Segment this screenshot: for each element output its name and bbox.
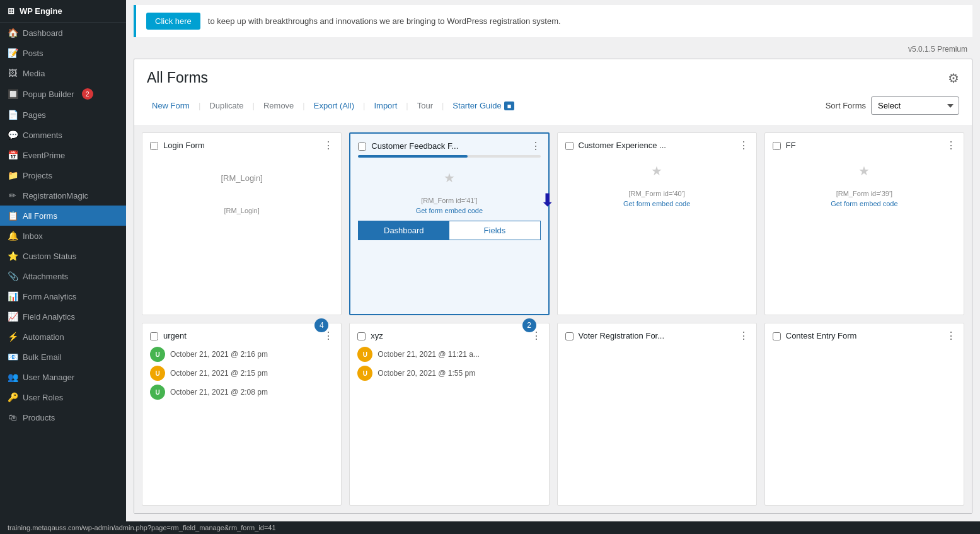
sidebar-item-all-forms[interactable]: 📋All Forms: [0, 206, 126, 226]
media-label: Media: [23, 69, 45, 78]
card-header-urgent: urgent⋮: [150, 331, 333, 341]
card-checkbox-customer-feedback[interactable]: [358, 142, 366, 151]
eventprime-label: EventPrime: [23, 151, 65, 160]
card-actions-customer-feedback: DashboardFields: [358, 221, 540, 240]
comments-icon: 💬: [8, 130, 18, 140]
card-star-customer-feedback[interactable]: ★: [358, 170, 540, 185]
tour-link[interactable]: Tour: [412, 98, 438, 113]
sidebar-item-dashboard[interactable]: 🏠Dashboard: [0, 23, 126, 43]
card-embed-link-ff[interactable]: Get form embed code: [773, 200, 956, 207]
form-card-voter-registration: Voter Registration For...⋮: [557, 323, 757, 506]
card-header-voter-registration: Voter Registration For...⋮: [565, 331, 749, 341]
card-embed-link-customer-experience[interactable]: Get form embed code: [565, 200, 749, 207]
card-menu-urgent[interactable]: ⋮: [323, 331, 333, 341]
card-shortcode-login-form: [RM_Login]: [150, 202, 333, 214]
sidebar-item-media[interactable]: 🖼Media: [0, 63, 126, 83]
sidebar: ⊞ WP Engine 🏠Dashboard📝Posts🖼Media🔲Popup…: [0, 0, 126, 534]
card-checkbox-ff[interactable]: [773, 142, 781, 150]
sidebar-item-comments[interactable]: 💬Comments: [0, 125, 126, 145]
popup-builder-badge: 2: [82, 88, 93, 100]
projects-label: Projects: [23, 171, 52, 180]
all-forms-icon: 📋: [8, 211, 18, 221]
card-header-customer-experience: Customer Experience ...⋮: [565, 141, 749, 151]
avatar-xyz-0: U: [357, 347, 372, 362]
card-shortcode-text-login-form: [RM_Login]: [150, 207, 333, 214]
sidebar-item-projects[interactable]: 📁Projects: [0, 165, 126, 185]
sidebar-item-pages[interactable]: 📄Pages: [0, 105, 126, 125]
card-star-ff[interactable]: ★: [773, 163, 956, 178]
import-link[interactable]: Import: [369, 98, 402, 113]
card-checkbox-contest-entry[interactable]: [773, 332, 781, 340]
products-label: Products: [23, 413, 55, 422]
sort-select[interactable]: SelectName A-ZName Z-ANewestOldest: [871, 96, 959, 115]
card-checkbox-voter-registration[interactable]: [565, 332, 574, 340]
registrationmagic-label: RegistrationMagic: [23, 191, 88, 200]
attachments-icon: 📎: [8, 271, 18, 281]
attachments-label: Attachments: [23, 272, 68, 281]
card-checkbox-urgent[interactable]: [150, 332, 158, 340]
export-link[interactable]: Export (All): [309, 98, 359, 113]
card-login-preview-login-form: [RM_Login]: [150, 154, 333, 202]
duplicate-link[interactable]: Duplicate: [204, 98, 248, 113]
card-title-login-form: Login Form: [163, 141, 318, 150]
card-checkbox-customer-experience[interactable]: [565, 142, 574, 150]
inbox-label: Inbox: [23, 231, 43, 241]
user-roles-icon: 🔑: [8, 392, 18, 402]
all-forms-label: All Forms: [23, 211, 57, 221]
card-menu-customer-feedback[interactable]: ⋮: [531, 141, 541, 151]
card-embed-link-customer-feedback[interactable]: Get form embed code: [358, 207, 540, 214]
card-menu-contest-entry[interactable]: ⋮: [946, 331, 956, 341]
sidebar-item-registrationmagic[interactable]: ✏RegistrationMagic: [0, 185, 126, 206]
card-title-contest-entry: Contest Entry Form: [786, 331, 941, 340]
card-checkbox-xyz[interactable]: [357, 332, 366, 340]
sidebar-item-inbox[interactable]: 🔔Inbox: [0, 226, 126, 246]
card-menu-xyz[interactable]: ⋮: [531, 331, 541, 341]
card-menu-login-form[interactable]: ⋮: [323, 141, 333, 151]
remove-link[interactable]: Remove: [258, 98, 299, 113]
bulk-email-label: Bulk Email: [23, 352, 61, 362]
status-url: training.metaqauss.com/wp-admin/admin.ph…: [8, 524, 276, 531]
card-checkbox-login-form[interactable]: [150, 142, 158, 150]
sidebar-item-user-manager[interactable]: 👥User Manager: [0, 367, 126, 387]
sidebar-wp-engine[interactable]: ⊞ WP Engine: [0, 0, 126, 23]
inbox-icon: 🔔: [8, 231, 18, 241]
card-arrow-customer-feedback: ⬇: [540, 190, 555, 258]
sidebar-item-automation[interactable]: ⚡Automation: [0, 327, 126, 347]
registrationmagic-icon: ✏: [8, 190, 18, 200]
sep3: |: [303, 101, 304, 110]
card-header-contest-entry: Contest Entry Form⋮: [773, 331, 956, 341]
card-menu-customer-experience[interactable]: ⋮: [739, 141, 749, 151]
card-shortcode-customer-feedback: [RM_Form id='41']Get form embed code: [358, 192, 540, 214]
sidebar-item-custom-status[interactable]: ⭐Custom Status: [0, 246, 126, 266]
sidebar-item-eventprime[interactable]: 📅EventPrime: [0, 145, 126, 165]
announcement-banner: Click here to keep up with breakthroughs…: [134, 5, 972, 37]
submission-date-urgent-2: October 21, 2021 @ 2:08 pm: [170, 388, 268, 397]
sidebar-item-field-analytics[interactable]: 📈Field Analytics: [0, 306, 126, 327]
sidebar-item-user-roles[interactable]: 🔑User Roles: [0, 387, 126, 407]
card-fields-btn-customer-feedback[interactable]: Fields: [449, 221, 540, 240]
sep6: |: [442, 101, 444, 110]
card-menu-ff[interactable]: ⋮: [946, 141, 956, 151]
pages-label: Pages: [23, 110, 46, 120]
custom-status-icon: ⭐: [8, 251, 18, 261]
card-dashboard-btn-customer-feedback[interactable]: Dashboard: [358, 221, 449, 240]
card-star-customer-experience[interactable]: ★: [565, 163, 749, 178]
sidebar-item-attachments[interactable]: 📎Attachments: [0, 266, 126, 286]
click-here-button[interactable]: Click here: [146, 13, 200, 30]
sidebar-item-products[interactable]: 🛍Products: [0, 407, 126, 427]
sep1: |: [199, 101, 200, 110]
products-icon: 🛍: [8, 412, 18, 422]
settings-gear-button[interactable]: ⚙: [948, 71, 959, 86]
card-menu-voter-registration[interactable]: ⋮: [739, 331, 749, 341]
avatar-urgent-2: U: [150, 385, 165, 400]
new-form-link[interactable]: New Form: [147, 98, 195, 113]
card-title-ff: FF: [786, 141, 941, 150]
custom-status-label: Custom Status: [23, 252, 76, 261]
sidebar-item-popup-builder[interactable]: 🔲Popup Builder2: [0, 83, 126, 105]
starter-guide-link[interactable]: Starter Guide ■: [447, 98, 519, 113]
card-shortcode-customer-experience: [RM_Form id='40']Get form embed code: [565, 185, 749, 207]
sidebar-item-posts[interactable]: 📝Posts: [0, 43, 126, 63]
sidebar-item-bulk-email[interactable]: 📧Bulk Email: [0, 347, 126, 367]
sidebar-item-form-analytics[interactable]: 📊Form Analytics: [0, 286, 126, 306]
submission-row-xyz-0: UOctober 21, 2021 @ 11:21 a...: [357, 345, 541, 364]
